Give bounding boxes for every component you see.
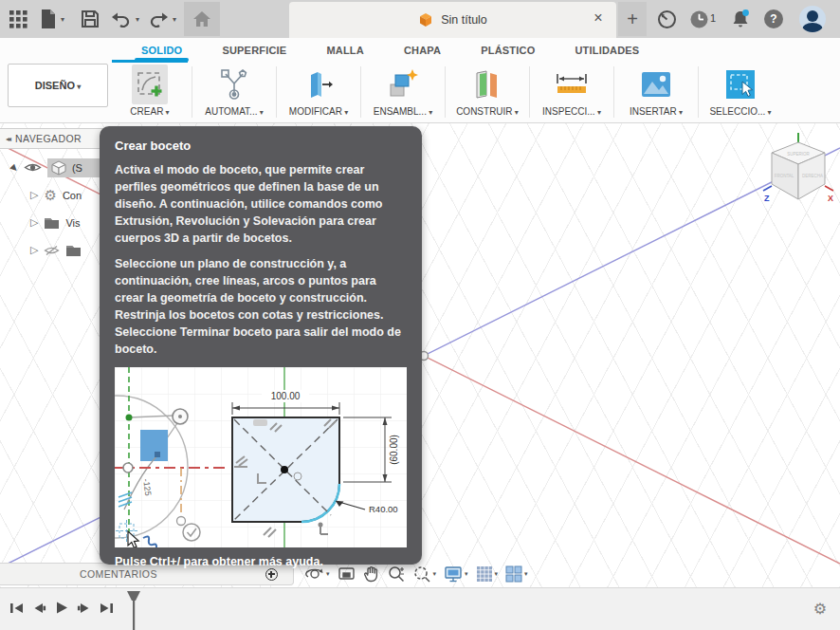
avatar-head <box>807 10 818 22</box>
undo-caret-icon[interactable]: ▾ <box>136 15 139 24</box>
browser-panel-header[interactable]: NAVEGADOR <box>0 128 112 149</box>
tooltip-footer: Pulse Ctrl+/ para obtener más ayuda. <box>115 555 407 568</box>
add-comment-icon[interactable] <box>265 568 278 581</box>
modify-icon <box>303 69 334 100</box>
new-tab-button[interactable] <box>618 2 647 36</box>
construct-icon <box>471 69 503 100</box>
timeline-settings-gear-icon[interactable] <box>813 600 827 618</box>
fit-tool[interactable] <box>413 565 437 583</box>
play-icon[interactable] <box>55 601 68 615</box>
modify-group[interactable]: MODIFICAR <box>277 62 360 122</box>
sketch-height-dim: (60.00) <box>389 435 399 465</box>
create-sketch-group[interactable]: CREAR <box>108 62 192 122</box>
tab-superficie[interactable]: SUPERFICIE <box>202 38 306 62</box>
display-settings-tool[interactable] <box>444 565 468 583</box>
step-back-icon[interactable] <box>32 602 46 615</box>
step-forward-icon[interactable] <box>77 602 91 615</box>
file-menu-caret-icon[interactable]: ▾ <box>61 15 64 24</box>
visibility-eye-icon[interactable] <box>24 161 42 174</box>
view-cube[interactable]: SUPERIOR FRONTAL DERECHA Z X <box>758 131 838 218</box>
job-status-icon[interactable] <box>656 9 677 29</box>
tooltip-paragraph-2: Seleccione un plano de construcción y, a… <box>115 255 407 358</box>
ribbon: SOLIDO SUPERFICIE MALLA CHAPA PLÁSTICO U… <box>0 38 840 123</box>
workspace-selector-button[interactable]: DISEÑO <box>8 64 108 107</box>
ribbon-tools: DISEÑO CREAR <box>0 62 840 122</box>
collapsed-triangle-icon[interactable] <box>30 244 38 256</box>
history-clock-icon[interactable] <box>688 9 709 29</box>
automate-group[interactable]: AUTOMAT... <box>192 62 276 122</box>
construct-group[interactable]: CONSTRUIR <box>446 62 529 122</box>
viewports-icon <box>505 565 522 583</box>
tab-chapa[interactable]: CHAPA <box>384 38 461 62</box>
go-to-end-icon[interactable] <box>100 602 114 615</box>
insert-label: INSERTAR <box>630 106 683 117</box>
document-cube-icon <box>418 12 433 28</box>
help-icon[interactable] <box>764 9 783 28</box>
insert-image-icon <box>641 71 671 98</box>
expand-triangle-icon[interactable] <box>9 162 20 174</box>
create-sketch-icon <box>136 70 164 99</box>
eye-slash-icon[interactable] <box>44 245 60 256</box>
construct-label: CONSTRUIR <box>456 106 519 117</box>
ribbon-tabs: SOLIDO SUPERFICIE MALLA CHAPA PLÁSTICO U… <box>121 38 659 62</box>
fusion-window: ▾ ▾ ▾ Sin título <box>0 0 840 630</box>
tab-malla[interactable]: MALLA <box>306 38 384 62</box>
browser-title: NAVEGADOR <box>15 133 82 144</box>
svg-text:FRONTAL: FRONTAL <box>775 174 794 178</box>
notifications-bell-icon[interactable] <box>730 9 751 29</box>
app-toolbar: ▾ ▾ ▾ Sin título <box>0 0 840 38</box>
home-icon <box>192 10 211 28</box>
timeline-playback-controls <box>9 601 114 615</box>
timeline-bar <box>0 587 840 630</box>
viewcube-z-label: Z <box>764 194 770 203</box>
home-view-button[interactable] <box>184 2 220 36</box>
inspect-group[interactable]: INSPECCI... <box>530 62 613 122</box>
grid-snap-tool[interactable] <box>476 565 499 583</box>
automate-icon <box>219 68 249 101</box>
folder-icon <box>65 244 82 257</box>
go-to-start-icon[interactable] <box>9 602 24 615</box>
file-menu-icon[interactable] <box>38 9 59 29</box>
assemble-icon <box>387 68 419 101</box>
tab-solido[interactable]: SOLIDO <box>121 38 202 62</box>
model-viewport[interactable]: SUPERIOR FRONTAL DERECHA Z X NAVEGADOR <box>0 123 840 587</box>
component-cube-icon <box>50 160 67 176</box>
inspect-label: INSPECCI... <box>542 106 601 117</box>
collapsed-triangle-icon[interactable] <box>30 189 38 201</box>
workspace-label: DISEÑO <box>35 80 81 91</box>
avatar-body <box>802 23 823 32</box>
timeline-marker[interactable] <box>125 591 142 630</box>
inspect-icon <box>555 72 589 97</box>
settings-item-label: Con <box>63 190 82 201</box>
app-grid-menu-icon[interactable] <box>8 9 28 29</box>
comments-label: COMENTARIOS <box>80 568 157 580</box>
redo-icon[interactable] <box>148 9 169 29</box>
tooltip-sketch-illustration: -125 <box>115 367 407 547</box>
insert-group[interactable]: INSERTAR <box>614 62 698 122</box>
tab-utilidades[interactable]: UTILIDADES <box>555 38 659 62</box>
save-icon[interactable] <box>80 9 100 29</box>
settings-gear-icon <box>44 188 56 202</box>
viewports-tool[interactable] <box>505 565 528 583</box>
tab-plastico[interactable]: PLÁSTICO <box>461 38 555 62</box>
modify-label: MODIFICAR <box>289 106 348 117</box>
svg-text:SUPERIOR: SUPERIOR <box>787 152 810 157</box>
zoom-fit-icon <box>413 565 431 583</box>
user-avatar[interactable] <box>799 6 826 32</box>
redo-caret-icon[interactable]: ▾ <box>173 15 176 24</box>
undo-icon[interactable] <box>111 9 132 29</box>
select-group[interactable]: SELECCIO... <box>699 62 782 122</box>
create-label: CREAR <box>130 106 169 117</box>
collapse-panel-icon[interactable] <box>6 135 9 143</box>
assemble-group[interactable]: ENSAMBL... <box>361 62 445 122</box>
viewcube-x-label: X <box>828 194 833 203</box>
select-label: SELECCIO... <box>709 106 771 117</box>
collapsed-triangle-icon[interactable] <box>30 216 38 229</box>
sketch-width-dim: 100.00 <box>271 391 301 401</box>
display-settings-icon <box>444 565 463 583</box>
tab-close-icon[interactable] <box>590 9 607 27</box>
automate-label: AUTOMAT... <box>205 106 263 117</box>
tooltip-paragraph-1: Activa el modo de boceto, que permite cr… <box>115 161 407 247</box>
document-tab[interactable]: Sin título <box>289 2 616 38</box>
tooltip-title: Crear boceto <box>115 139 407 153</box>
